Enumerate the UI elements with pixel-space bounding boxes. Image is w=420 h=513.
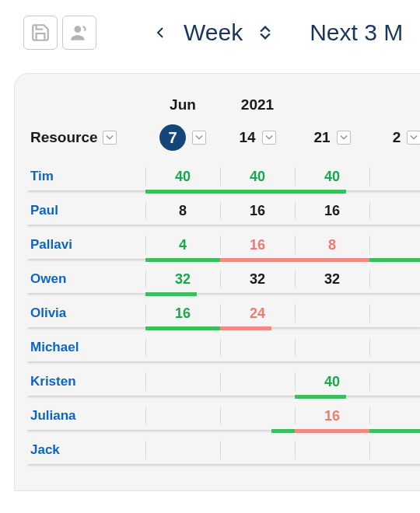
resource-name-link[interactable]: Michael [15, 330, 145, 365]
date-label: 2 [393, 129, 401, 146]
date-filter-button[interactable] [337, 131, 351, 145]
allocation-value: 16 [250, 237, 265, 253]
allocation-cell[interactable]: 4 [145, 228, 220, 262]
allocation-card: Jun 2021 Resource 714212 Tim404040Paul81… [14, 73, 420, 491]
resource-filter-button[interactable] [103, 131, 117, 145]
allocation-cell[interactable] [295, 330, 369, 365]
allocation-cell[interactable] [369, 433, 420, 467]
allocation-cell[interactable]: 32 [295, 262, 369, 296]
resource-name-link[interactable]: Juliana [15, 399, 145, 433]
resource-name-link[interactable]: Paul [15, 194, 145, 228]
resource-header-spacer [15, 91, 145, 119]
period-label: Week [184, 19, 243, 46]
year-label: 2021 [220, 91, 295, 119]
resource-name-link[interactable]: Kristen [15, 365, 145, 399]
allocation-value: 40 [324, 374, 340, 390]
period-stepper[interactable] [260, 25, 271, 40]
date-column-header[interactable]: 21 [295, 124, 369, 152]
allocation-cell[interactable]: 16 [220, 228, 295, 262]
allocation-cell[interactable]: 40 [220, 159, 295, 194]
date-filter-button[interactable] [192, 131, 206, 145]
resource-name-link[interactable]: Tim [15, 159, 145, 194]
allocation-value: 32 [250, 271, 265, 288]
allocation-bar [220, 258, 295, 262]
allocation-value: 16 [175, 305, 191, 322]
allocation-value: 8 [179, 203, 187, 219]
allocation-cell[interactable]: 16 [220, 194, 295, 228]
allocation-value: 16 [324, 408, 340, 424]
allocation-cell[interactable] [369, 330, 420, 365]
allocation-cell[interactable]: 8 [295, 228, 369, 262]
allocation-cell[interactable] [220, 365, 295, 399]
allocation-value: 16 [324, 203, 340, 219]
resource-name-link[interactable]: Owen [15, 262, 145, 296]
allocation-rows: Tim404040Paul81616Pallavi4168Owen323232O… [15, 159, 420, 467]
allocation-cell[interactable] [295, 296, 369, 330]
resource-name-link[interactable]: Jack [15, 433, 145, 467]
allocation-value: 8 [328, 237, 336, 253]
allocation-bar [145, 190, 220, 194]
allocation-cell[interactable] [145, 365, 220, 399]
range-label[interactable]: Next 3 M [310, 19, 403, 46]
allocation-cell[interactable]: 32 [220, 262, 295, 296]
date-filter-button[interactable] [262, 131, 276, 145]
allocation-cell[interactable]: 16 [295, 194, 369, 228]
allocation-cell[interactable] [220, 330, 295, 365]
allocation-cell[interactable] [145, 330, 220, 365]
allocation-value: 32 [324, 271, 340, 288]
period-selector[interactable]: Week [184, 19, 271, 46]
chevron-down-icon [260, 33, 271, 40]
allocation-bar [145, 326, 220, 330]
date-column-header[interactable]: 2 [369, 124, 420, 152]
resource-name-link[interactable]: Olivia [15, 296, 145, 330]
allocation-cell[interactable]: 32 [145, 262, 220, 296]
dates-header-row: Resource 714212 [15, 119, 420, 156]
allocation-value: 40 [324, 169, 340, 185]
allocation-cell[interactable] [145, 399, 220, 433]
allocation-cell[interactable]: 40 [145, 159, 220, 194]
save-button[interactable] [23, 16, 58, 50]
allocation-value: 4 [179, 237, 187, 253]
month-label: Jun [145, 91, 220, 119]
allocation-cell[interactable] [369, 296, 420, 330]
allocation-cell[interactable]: 16 [145, 296, 220, 330]
allocation-cell[interactable] [369, 194, 420, 228]
allocation-cell[interactable]: 40 [295, 365, 369, 399]
allocation-cell[interactable] [369, 399, 420, 433]
save-icon [30, 23, 51, 43]
allocation-cell[interactable]: 8 [145, 194, 220, 228]
resource-column-header[interactable]: Resource [15, 124, 145, 152]
date-column-header[interactable]: 14 [220, 124, 295, 152]
allocation-cell[interactable] [145, 433, 220, 467]
assign-user-button[interactable] [62, 16, 96, 50]
allocation-bar [145, 258, 220, 262]
allocation-cell[interactable]: 16 [295, 399, 369, 433]
allocation-cell[interactable] [369, 365, 420, 399]
allocation-bar [295, 190, 346, 194]
allocation-value: 24 [250, 305, 265, 322]
table-row: Tim404040 [15, 159, 420, 194]
allocation-cell[interactable] [220, 433, 295, 467]
allocation-bar [369, 429, 420, 433]
date-column-header[interactable]: 7 [145, 124, 220, 152]
allocation-cell[interactable]: 24 [220, 296, 295, 330]
table-row: Michael [15, 330, 420, 365]
allocation-bar [220, 326, 271, 330]
allocation-cell[interactable]: 40 [295, 159, 369, 194]
allocation-cell[interactable] [220, 399, 295, 433]
table-row: Juliana16 [15, 399, 420, 433]
allocation-cell[interactable] [295, 433, 369, 467]
chevron-up-icon [260, 25, 271, 33]
table-row: Owen323232 [15, 262, 420, 296]
allocation-cell[interactable] [369, 262, 420, 296]
date-filter-button[interactable] [407, 131, 420, 145]
allocation-cell[interactable] [369, 228, 420, 262]
resource-header-label: Resource [30, 129, 98, 146]
prev-period-button[interactable] [156, 26, 165, 39]
toolbar: Week Next 3 M [0, 0, 420, 73]
resource-name-link[interactable]: Pallavi [15, 228, 145, 262]
month-header-row: Jun 2021 [15, 91, 420, 119]
table-row: Olivia1624 [15, 296, 420, 330]
allocation-cell[interactable] [369, 159, 420, 194]
allocation-bar [220, 190, 295, 194]
